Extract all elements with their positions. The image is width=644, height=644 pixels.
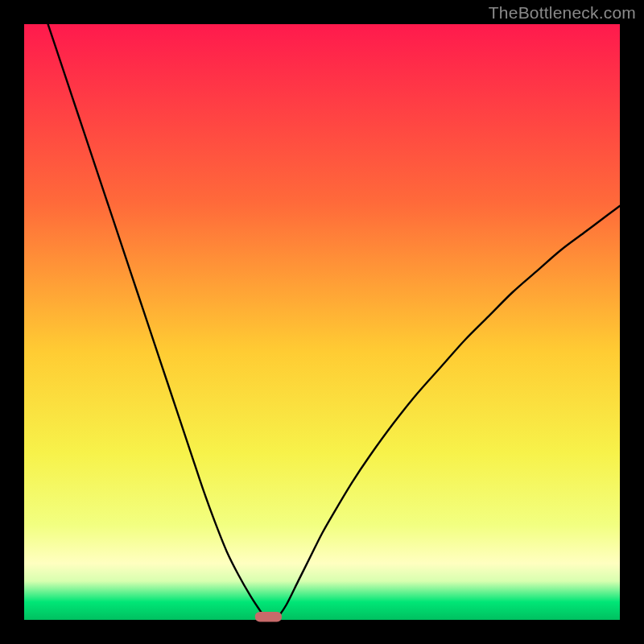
- optimum-marker: [255, 612, 282, 622]
- watermark-text: TheBottleneck.com: [489, 3, 636, 23]
- chart-stage: TheBottleneck.com: [0, 0, 644, 644]
- bottleneck-chart: [0, 0, 644, 644]
- plot-background: [24, 24, 620, 620]
